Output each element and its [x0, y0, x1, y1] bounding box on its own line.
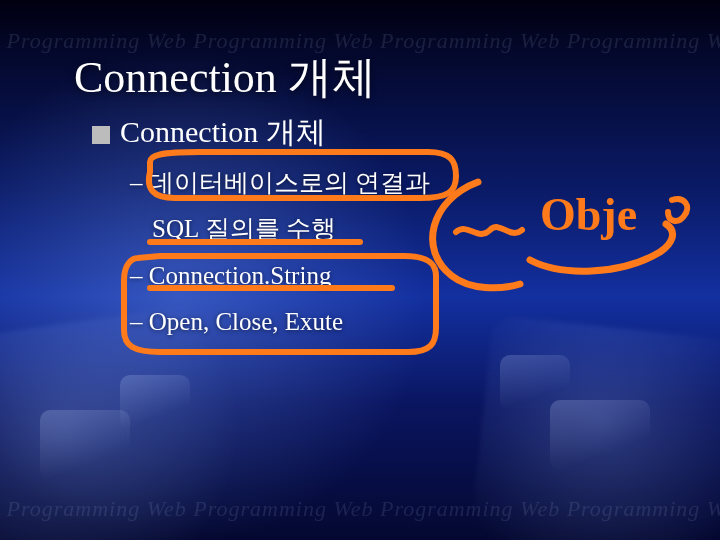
body-line-1b: SQL 질의를 수행 — [130, 206, 430, 252]
slide: Web Programming Web Programming Web Prog… — [0, 0, 720, 540]
background-keycap — [550, 400, 650, 470]
background-keycap — [40, 410, 130, 480]
background-keycap — [120, 375, 190, 430]
annotation-swoosh — [530, 224, 673, 271]
annotation-hook — [668, 199, 687, 221]
slide-body: – 데이터베이스로의 연결과 SQL 질의를 수행 – Connection.S… — [130, 160, 430, 345]
body-line-3: – Open, Close, Exute — [130, 299, 430, 345]
watermark-bottom: Web Programming Web Programming Web Prog… — [0, 496, 720, 522]
body-line-2: – Connection.String — [130, 253, 430, 299]
slide-title: Connection 개체 — [74, 48, 376, 107]
annotation-squiggle — [456, 227, 522, 234]
annotation-open-paren — [433, 182, 520, 288]
background-keycap — [500, 355, 570, 410]
body-line-1a: – 데이터베이스로의 연결과 — [130, 160, 430, 206]
slide-subtitle: Connection 개체 — [92, 112, 326, 153]
bullet-square-icon — [92, 126, 110, 144]
subtitle-text: Connection 개체 — [120, 115, 326, 148]
annotation-text-obje: Obje — [540, 189, 637, 240]
